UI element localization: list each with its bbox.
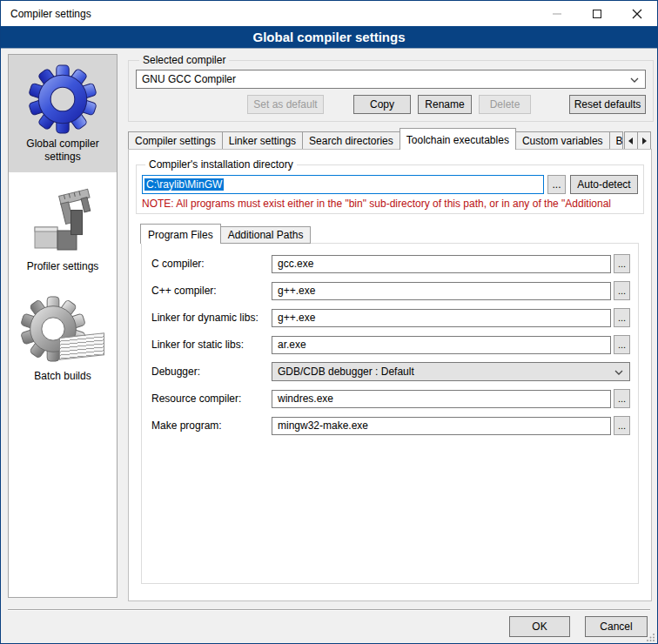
- cancel-button[interactable]: Cancel: [585, 616, 648, 637]
- field-row-dynamic-linker: Linker for dynamic libs: g++.exe ...: [151, 308, 630, 327]
- stacked-sheets-icon: [59, 332, 104, 359]
- footer-divider: [8, 609, 650, 611]
- browse-directory-button[interactable]: ...: [547, 175, 566, 194]
- installation-directory-group: Compiler's installation directory C:\ray…: [136, 158, 644, 214]
- browse-make-program-button[interactable]: ...: [614, 416, 630, 435]
- arrow-right-icon: [641, 138, 648, 144]
- tab-additional-paths[interactable]: Additional Paths: [220, 226, 312, 244]
- field-row-c-compiler: C compiler: gcc.exe ...: [151, 254, 630, 273]
- dynamic-linker-input[interactable]: g++.exe: [272, 309, 611, 327]
- page-title: Global compiler settings: [1, 26, 657, 49]
- debugger-select[interactable]: GDB/CDB debugger : Default: [272, 362, 630, 381]
- field-row-make-program: Make program: mingw32-make.exe ...: [151, 416, 630, 435]
- program-tabstrip: Program Files Additional Paths: [141, 224, 644, 244]
- copy-button[interactable]: Copy: [353, 95, 411, 114]
- field-label: C++ compiler:: [151, 285, 272, 297]
- field-row-debugger: Debugger: GDB/CDB debugger : Default: [151, 362, 630, 381]
- chevron-down-icon: [630, 77, 639, 83]
- titlebar: Compiler settings: [1, 1, 657, 26]
- tab-scroll-right-button[interactable]: [637, 131, 651, 150]
- close-icon: [632, 9, 642, 19]
- field-label: Make program:: [151, 419, 272, 432]
- sidebar-item-profiler-settings[interactable]: Profiler settings: [9, 178, 117, 282]
- field-value: g++.exe: [278, 285, 315, 297]
- compiler-select[interactable]: GNU GCC Compiler: [136, 70, 646, 89]
- delete-button: Delete: [479, 95, 531, 114]
- bin-subdirectory-note: NOTE: All programs must exist either in …: [142, 198, 638, 210]
- set-as-default-button: Set as default: [247, 95, 324, 114]
- field-label: Linker for dynamic libs:: [151, 312, 272, 324]
- field-row-cpp-compiler: C++ compiler: g++.exe ...: [151, 281, 630, 300]
- field-value: g++.exe: [278, 312, 315, 324]
- field-row-static-linker: Linker for static libs: ar.exe ...: [151, 335, 630, 354]
- browse-cpp-compiler-button[interactable]: ...: [614, 281, 630, 300]
- ok-button[interactable]: OK: [509, 616, 570, 637]
- installation-directory-legend: Compiler's installation directory: [145, 158, 297, 171]
- field-value: windres.exe: [278, 392, 333, 405]
- window-title: Compiler settings: [10, 8, 91, 20]
- blue-gear-icon: [12, 61, 113, 138]
- static-linker-input[interactable]: ar.exe: [272, 336, 611, 354]
- resize-grip-icon[interactable]: [647, 633, 655, 641]
- compiler-settings-dialog: Compiler settings Global compiler settin…: [0, 0, 658, 644]
- minimize-button: [537, 1, 577, 26]
- tab-scroll-left-button[interactable]: [624, 131, 638, 150]
- tab-custom-variables[interactable]: Custom variables: [515, 131, 610, 150]
- tab-search-directories[interactable]: Search directories: [302, 131, 400, 150]
- browse-dynamic-linker-button[interactable]: ...: [614, 308, 630, 327]
- browse-c-compiler-button[interactable]: ...: [614, 254, 630, 273]
- browse-resource-compiler-button[interactable]: ...: [614, 389, 630, 408]
- auto-detect-button[interactable]: Auto-detect: [570, 175, 638, 194]
- selected-compiler-legend: Selected compiler: [139, 54, 229, 66]
- installation-directory-value: C:\raylib\MinGW: [144, 178, 224, 191]
- selected-compiler-group: Selected compiler GNU GCC Compiler Set a…: [128, 54, 654, 122]
- field-label: Linker for static libs:: [151, 339, 272, 351]
- field-value: mingw32-make.exe: [278, 419, 368, 432]
- gray-gear-stack-icon: [12, 293, 113, 370]
- tab-linker-settings[interactable]: Linker settings: [222, 131, 303, 150]
- sidebar-item-label: Global compiler settings: [12, 138, 113, 164]
- installation-directory-input[interactable]: C:\raylib\MinGW: [142, 175, 544, 194]
- reset-defaults-button[interactable]: Reset defaults: [569, 95, 646, 114]
- tab-program-files[interactable]: Program Files: [140, 224, 221, 244]
- sidebar-item-label: Batch builds: [12, 370, 113, 383]
- tab-build-options[interactable]: Build options: [609, 131, 623, 150]
- field-label: C compiler:: [151, 258, 272, 270]
- main-tabstrip: Compiler settings Linker settings Search…: [128, 128, 652, 150]
- make-program-input[interactable]: mingw32-make.exe: [272, 417, 611, 435]
- c-compiler-input[interactable]: gcc.exe: [272, 255, 611, 273]
- close-button[interactable]: [617, 1, 657, 26]
- program-files-page: C compiler: gcc.exe ... C++ compiler: g+…: [141, 243, 639, 584]
- cpp-compiler-input[interactable]: g++.exe: [272, 282, 611, 300]
- resource-compiler-input[interactable]: windres.exe: [272, 390, 611, 408]
- dialog-content: Global compiler settings: [1, 49, 657, 642]
- chevron-down-icon: [614, 370, 623, 375]
- minimize-icon: [553, 13, 561, 15]
- sidebar-item-global-compiler-settings[interactable]: Global compiler settings: [9, 55, 117, 172]
- field-value: gcc.exe: [278, 258, 313, 270]
- field-value: ar.exe: [278, 339, 306, 351]
- field-label: Debugger:: [151, 366, 272, 378]
- tab-toolchain-executables[interactable]: Toolchain executables: [400, 128, 516, 150]
- compiler-select-value: GNU GCC Compiler: [142, 73, 236, 85]
- toolchain-executables-page: Compiler's installation directory C:\ray…: [128, 149, 652, 601]
- tab-compiler-settings[interactable]: Compiler settings: [128, 131, 223, 150]
- sidebar-item-batch-builds[interactable]: Batch builds: [9, 287, 117, 392]
- field-label: Resource compiler:: [151, 392, 272, 405]
- field-row-resource-compiler: Resource compiler: windres.exe ...: [151, 389, 630, 408]
- maximize-icon: [593, 10, 601, 18]
- caliper-icon: [12, 184, 113, 260]
- browse-static-linker-button[interactable]: ...: [614, 335, 630, 354]
- rename-button[interactable]: Rename: [418, 95, 472, 114]
- main-panel: Selected compiler GNU GCC Compiler Set a…: [128, 54, 652, 601]
- maximize-button[interactable]: [577, 1, 617, 26]
- arrow-left-icon: [628, 138, 634, 144]
- sidebar-item-label: Profiler settings: [12, 260, 113, 273]
- settings-category-list: Global compiler settings: [8, 54, 118, 598]
- field-value: GDB/CDB debugger : Default: [278, 366, 414, 378]
